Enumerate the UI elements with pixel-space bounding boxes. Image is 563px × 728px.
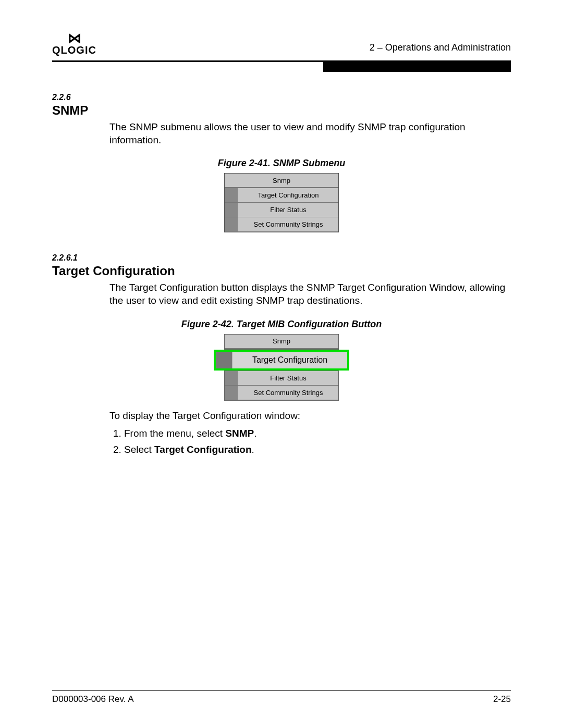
instructions-block: To display the Target Configuration wind… (109, 408, 511, 458)
header-rule (52, 60, 511, 72)
logo-text: QLOGIC (52, 45, 96, 55)
chapter-reference: 2 – Operations and Administration (370, 42, 511, 55)
menu-tab-icon (225, 203, 238, 217)
subsection-title: Target Configuration (52, 264, 511, 278)
menu-tab-icon (216, 352, 232, 368)
menu-item-filter-status: Filter Status (225, 203, 338, 217)
menu-header: Snmp (225, 174, 338, 188)
menu-tab-icon (225, 217, 238, 231)
logo: ⋈ QLOGIC (52, 31, 96, 55)
instruction-step-2: Select Target Configuration. (124, 442, 511, 458)
footer-page-number: 2-25 (493, 694, 511, 705)
menu-item-label: Filter Status (238, 374, 338, 382)
figure-2-caption: Figure 2-42. Target MIB Configuration Bu… (52, 319, 511, 330)
instruction-step-1: From the menu, select SNMP. (124, 426, 511, 441)
menu-tab-icon (225, 386, 238, 400)
step-text: . (252, 444, 254, 455)
menu-item-target-configuration: Target Configuration (225, 188, 338, 203)
menu-item-label: Set Community Strings (238, 220, 338, 228)
step-bold: SNMP (225, 428, 254, 439)
menu-item-label: Set Community Strings (238, 389, 338, 397)
step-text: From the menu, select (124, 428, 225, 439)
page-footer: D000003-006 Rev. A 2-25 (52, 690, 511, 705)
menu-item-set-community-strings: Set Community Strings (225, 386, 338, 400)
section-number: 2.2.6 (52, 93, 511, 102)
menu-item-label: Target Configuration (232, 355, 347, 365)
menu-item-label: Target Configuration (238, 191, 338, 199)
section-body: The SNMP submenu allows the user to view… (109, 121, 511, 146)
logo-glyph-icon: ⋈ (68, 31, 80, 45)
section-title: Snmp (52, 103, 511, 118)
menu-item-set-community-strings: Set Community Strings (225, 217, 338, 232)
menu-item-selected-target-configuration: Target Configuration (214, 350, 349, 371)
instructions-lead: To display the Target Configuration wind… (109, 408, 511, 424)
figure-1-caption: Figure 2-41. SNMP Submenu (52, 158, 511, 169)
footer-doc-rev: D000003-006 Rev. A (52, 694, 134, 705)
page-header: ⋈ QLOGIC 2 – Operations and Administrati… (52, 31, 511, 60)
step-bold: Target Configuration (154, 444, 251, 455)
figure-1-menu: Snmp Target Configuration Filter Status … (224, 173, 339, 232)
menu-header: Snmp (225, 335, 338, 349)
subsection-body: The Target Configuration button displays… (109, 281, 511, 307)
subsection-number: 2.2.6.1 (52, 253, 511, 263)
step-text: . (254, 428, 256, 439)
menu-item-label: Filter Status (238, 206, 338, 214)
menu-tab-icon (225, 188, 238, 202)
figure-2-menu: Snmp Target Configuration Filter Status … (214, 334, 349, 401)
step-text: Select (124, 444, 154, 455)
menu-item-filter-status: Filter Status (225, 371, 338, 386)
menu-tab-icon (225, 371, 238, 385)
